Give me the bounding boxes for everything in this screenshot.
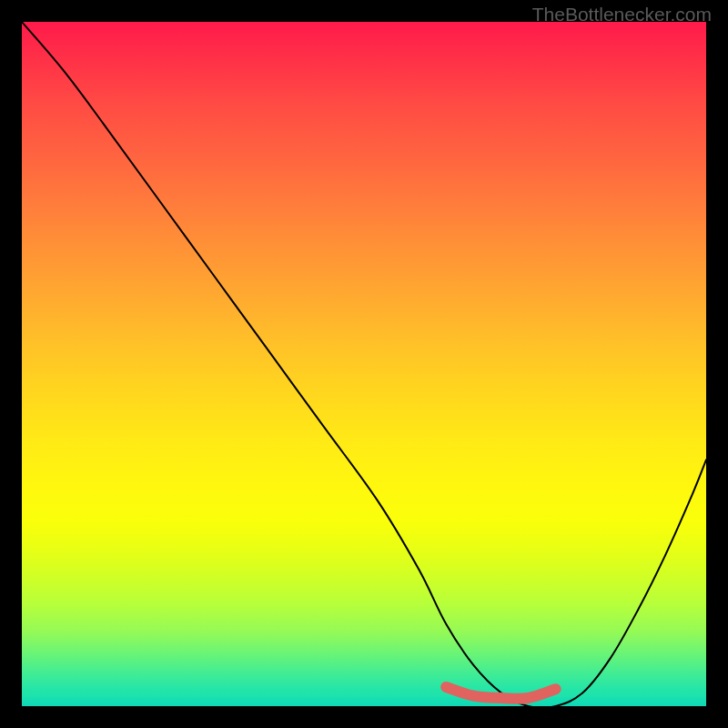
chart-plot-area — [22, 22, 706, 706]
bottleneck-curve-line — [22, 22, 706, 706]
chart-curve-layer — [22, 22, 706, 706]
bottleneck-highlight-segment — [446, 687, 555, 699]
watermark-text: TheBottlenecker.com — [532, 4, 712, 25]
